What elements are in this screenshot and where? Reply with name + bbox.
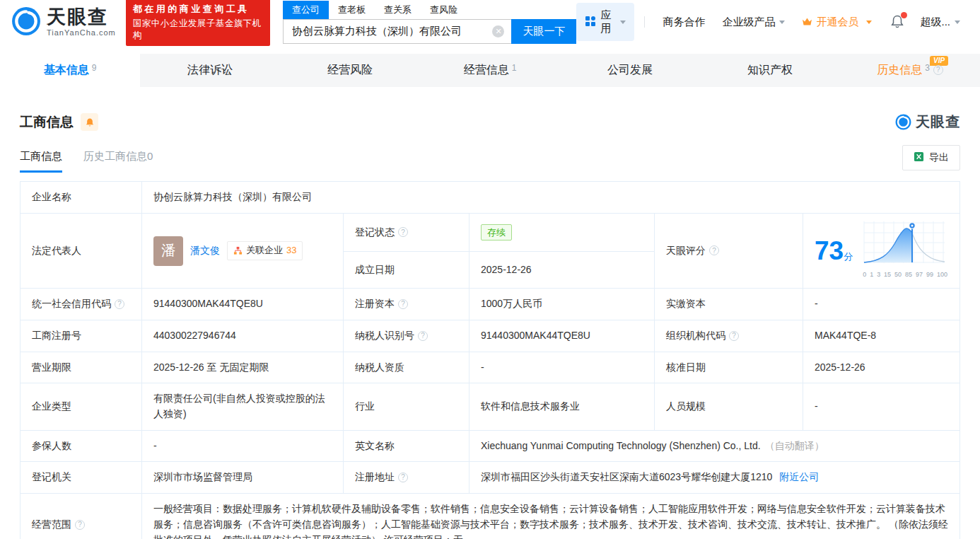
help-icon[interactable] [115, 299, 124, 309]
industry-label: 行业 [344, 383, 469, 430]
help-icon[interactable] [398, 473, 408, 482]
insured-count-value: - [142, 430, 344, 462]
paid-capital-label: 实缴资本 [655, 289, 803, 320]
search-tab-company[interactable]: 查公司 [283, 1, 329, 19]
slogan-line2: 国家中小企业发展子基金旗下机构 [133, 18, 263, 42]
search-tab-risk[interactable]: 查风险 [421, 1, 467, 19]
related-companies-badge[interactable]: 关联企业 33 [227, 241, 303, 260]
logo-title: 天眼查 [47, 8, 116, 27]
taxpayer-id-label: 纳税人识别号 [344, 320, 469, 352]
score-axis-ticks: 0131550859799100 [863, 270, 947, 280]
help-icon[interactable] [729, 331, 739, 341]
company-name-label: 企业名称 [21, 182, 142, 214]
nav-business-cooperation[interactable]: 商务合作 [663, 16, 705, 29]
staff-size-label: 人员规模 [655, 383, 803, 430]
crown-icon [802, 16, 812, 28]
nav-super-vip[interactable]: 超级... [920, 16, 960, 29]
search-input[interactable] [283, 19, 512, 44]
score-value: 73分 [803, 213, 960, 289]
apps-grid-icon [585, 16, 596, 29]
export-button[interactable]: 导出 [902, 145, 960, 170]
nearby-companies-link[interactable]: 附近公司 [779, 471, 819, 482]
english-name-value: Xiechuang Yunmai Computing Technology (S… [469, 430, 960, 462]
taxpayer-id-value: 91440300MAK44TQE8U [469, 320, 655, 352]
tab-operation-info[interactable]: 经营信息 1 [420, 54, 560, 87]
help-icon[interactable] [933, 65, 943, 75]
reg-address-value: 深圳市福田区沙头街道天安社区深南大道6023号耀华创建大厦1210附近公司 [469, 462, 960, 494]
nav-enterprise-products[interactable]: 企业级产品 [722, 16, 785, 29]
apps-label: 应用 [600, 8, 611, 35]
chevron-down-icon [866, 21, 872, 24]
tianyancha-watermark: 天眼查 [895, 112, 960, 132]
table-row: 参保人数 - 英文名称 Xiechuang Yunmai Computing T… [21, 430, 960, 462]
tianyancha-logo[interactable]: 天眼查 TianYanCha.com [11, 6, 116, 38]
search-tab-relation[interactable]: 查关系 [375, 1, 421, 19]
excel-icon [914, 151, 924, 164]
help-icon[interactable] [75, 520, 85, 530]
section-title: 工商信息 [20, 113, 74, 132]
slogan-banner: 都在用的商业查询工具 国家中小企业发展子基金旗下机构 [126, 0, 270, 46]
tab-history-info[interactable]: VIP 历史信息 3 [840, 54, 980, 87]
chevron-down-icon [779, 21, 785, 24]
business-term-label: 营业期限 [21, 352, 142, 383]
table-row: 统一社会信用代码 91440300MAK44TQE8U 注册资本 1000万人民… [21, 289, 960, 320]
chevron-down-icon [620, 21, 626, 24]
org-chart-icon [233, 246, 243, 255]
reg-status-label: 登记状态 [344, 213, 469, 251]
reg-number-value: 440300227946744 [142, 320, 344, 352]
vip-badge: VIP [930, 56, 948, 66]
org-code-value: MAK44TQE-8 [803, 320, 960, 352]
subtab-history-business-info[interactable]: 历史工商信息0 [83, 150, 153, 173]
company-type-label: 企业类型 [21, 383, 142, 430]
business-info-table: 企业名称 协创云脉算力科技（深圳）有限公司 法定代表人 潘 潘文俊 关联企业 3… [20, 181, 960, 539]
help-icon[interactable] [398, 227, 408, 237]
help-icon[interactable] [418, 331, 428, 341]
auto-translate-note: （自动翻译） [765, 440, 824, 451]
org-code-label: 组织机构代码 [655, 320, 803, 352]
nav-open-vip[interactable]: 开通会员 [802, 16, 872, 29]
est-date-value: 2025-12-26 [469, 252, 655, 289]
business-scope-value: 一般经营项目：数据处理服务；计算机软硬件及辅助设备零售；软件销售；信息安全设备销… [142, 494, 960, 539]
tab-intellectual-property[interactable]: 知识产权 [700, 54, 840, 87]
slogan-line1: 都在用的商业查询工具 [133, 3, 263, 16]
notification-dot [901, 12, 907, 18]
table-row: 营业期限 2025-12-26 至 无固定期限 纳税人资质 - 核准日期 202… [21, 352, 960, 383]
clear-search-icon[interactable] [492, 25, 504, 37]
top-header: 天眼查 TianYanCha.com 都在用的商业查询工具 国家中小企业发展子基… [0, 0, 980, 44]
tab-operation-risk[interactable]: 经营风险 [280, 54, 420, 87]
help-icon[interactable] [709, 245, 719, 255]
reg-status-value: 存续 [469, 213, 655, 251]
reg-number-label: 工商注册号 [21, 320, 142, 352]
table-row: 企业名称 协创云脉算力科技（深圳）有限公司 [21, 182, 960, 214]
tab-basic-info[interactable]: 基本信息 9 [0, 54, 140, 87]
reg-capital-value: 1000万人民币 [469, 289, 655, 320]
staff-size-value: - [803, 383, 960, 430]
tab-legal-proceedings[interactable]: 法律诉讼 [140, 54, 280, 87]
reg-address-label: 注册地址 [344, 462, 469, 494]
subtab-business-info[interactable]: 工商信息 [20, 150, 62, 173]
legal-rep-avatar[interactable]: 潘 [153, 236, 183, 266]
company-tab-bar: 基本信息 9 法律诉讼 经营风险 经营信息 1 公司发展 知识产权 VIP 历史… [0, 54, 980, 87]
apps-menu-button[interactable]: 应用 [576, 3, 634, 41]
help-icon[interactable] [398, 299, 408, 309]
business-term-value: 2025-12-26 至 无固定期限 [142, 352, 344, 383]
paid-capital-value: - [803, 289, 960, 320]
credit-code-value: 91440300MAK44TQE8U [142, 289, 344, 320]
reg-capital-label: 注册资本 [344, 289, 469, 320]
credit-code-label: 统一社会信用代码 [21, 289, 142, 320]
company-type-value: 有限责任公司(非自然人投资或控股的法人独资) [142, 383, 344, 430]
taxpayer-quality-label: 纳税人资质 [344, 352, 469, 383]
chevron-down-icon [955, 21, 960, 24]
reg-authority-label: 登记机关 [21, 462, 142, 494]
legal-rep-link[interactable]: 潘文俊 [190, 243, 220, 259]
search-tabs: 查公司 查老板 查关系 查风险 [283, 1, 577, 19]
logo-domain: TianYanCha.com [47, 29, 116, 37]
tab-company-development[interactable]: 公司发展 [560, 54, 700, 87]
search-tab-boss[interactable]: 查老板 [329, 1, 375, 19]
notification-bell-icon[interactable] [890, 14, 904, 30]
reg-authority-value: 深圳市市场监督管理局 [142, 462, 344, 494]
monitor-bell-icon[interactable] [81, 113, 98, 131]
search-submit-button[interactable]: 天眼一下 [511, 19, 576, 44]
company-name-value: 协创云脉算力科技（深圳）有限公司 [142, 182, 960, 214]
table-row: 企业类型 有限责任公司(非自然人投资或控股的法人独资) 行业 软件和信息技术服务… [21, 383, 960, 430]
